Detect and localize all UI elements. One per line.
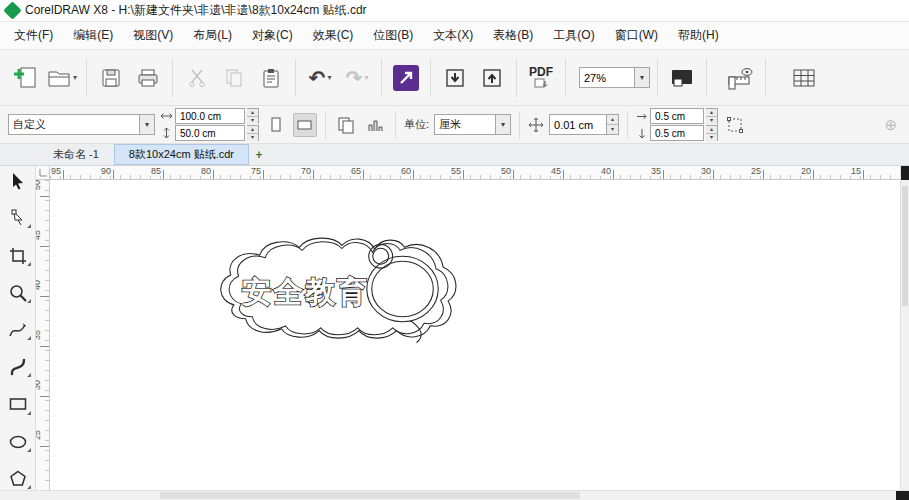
page-width-input[interactable] — [175, 108, 245, 124]
vertical-scrollbar[interactable] — [900, 166, 909, 490]
nudge-stepper[interactable]: ▴ ▾ — [607, 114, 619, 135]
duplicate-distance-block: ▴ ▾ ▴ ▾ — [636, 108, 718, 141]
stepper-up-icon[interactable]: ▴ — [247, 126, 258, 133]
paste-button[interactable] — [254, 58, 288, 98]
v-ruler-label: 25 — [40, 446, 49, 447]
current-page-button[interactable] — [363, 113, 387, 137]
ellipse-tool[interactable] — [4, 431, 32, 453]
duplicate-x-stepper[interactable]: ▴ ▾ — [706, 108, 718, 124]
units-combo[interactable]: 厘米 ▾ — [434, 114, 511, 135]
stepper-up-icon[interactable]: ▴ — [706, 109, 717, 116]
duplicate-y-input[interactable] — [650, 125, 704, 141]
vertical-scrollbar-thumb[interactable] — [902, 186, 908, 306]
toolbar-separator — [657, 59, 658, 97]
horizontal-scrollbar-corner[interactable] — [896, 491, 909, 500]
cut-button[interactable] — [180, 58, 214, 98]
show-grid-button[interactable] — [787, 58, 821, 98]
stepper-down-icon[interactable]: ▾ — [247, 116, 258, 124]
search-content-button[interactable] — [389, 58, 423, 98]
copy-icon — [224, 68, 244, 88]
open-document-button[interactable]: ▾ — [45, 58, 79, 98]
h-ruler-label: 50 — [513, 170, 514, 179]
undo-dropdown-arrow[interactable]: ▾ — [327, 73, 331, 82]
drawing-canvas[interactable]: 安全教育 — [50, 180, 900, 490]
all-pages-button[interactable] — [334, 113, 358, 137]
rulers-icon — [727, 66, 755, 90]
menu-bitmaps[interactable]: 位图(B) — [363, 23, 423, 48]
open-dropdown-arrow[interactable]: ▾ — [73, 73, 77, 82]
toolbar-separator — [706, 59, 707, 97]
save-button[interactable] — [94, 58, 128, 98]
v-ruler[interactable]: 504540353025 — [36, 180, 50, 490]
artistic-media-tool[interactable] — [4, 356, 32, 378]
menu-layout[interactable]: 布局(L) — [183, 23, 242, 48]
menu-edit[interactable]: 编辑(E) — [63, 23, 123, 48]
page-width-stepper[interactable]: ▴ ▾ — [247, 108, 259, 124]
portrait-button[interactable] — [264, 113, 288, 137]
sticker-drawing[interactable]: 安全教育 — [212, 228, 470, 352]
stepper-down-icon[interactable]: ▾ — [706, 116, 717, 124]
print-button[interactable] — [131, 58, 165, 98]
landscape-button[interactable] — [293, 113, 317, 137]
stepper-up-icon[interactable]: ▴ — [706, 126, 717, 133]
document-tabs-bar: 未命名 -1 8款10x24cm 贴纸.cdr + — [0, 144, 909, 166]
stepper-down-icon[interactable]: ▾ — [247, 133, 258, 141]
menu-window[interactable]: 窗口(W) — [605, 23, 668, 48]
menu-view[interactable]: 视图(V) — [123, 23, 183, 48]
menu-effects[interactable]: 效果(C) — [303, 23, 364, 48]
tab-untitled[interactable]: 未命名 -1 — [38, 144, 114, 165]
import-button[interactable] — [438, 58, 472, 98]
v-ruler-label: 40 — [40, 296, 49, 297]
page-preset-combo[interactable]: 自定义 ▾ — [8, 114, 155, 135]
shape-tool[interactable] — [4, 207, 32, 229]
publish-pdf-button[interactable]: PDF — [524, 58, 558, 98]
duplicate-x-input[interactable] — [650, 108, 704, 124]
units-dropdown-arrow[interactable]: ▾ — [496, 114, 511, 135]
stepper-up-icon[interactable]: ▴ — [247, 109, 258, 116]
preset-dropdown-arrow[interactable]: ▾ — [140, 114, 155, 135]
undo-button[interactable]: ↶ ▾ — [303, 58, 337, 98]
page-height-input[interactable] — [175, 125, 245, 141]
menu-file[interactable]: 文件(F) — [4, 23, 63, 48]
stepper-up-icon[interactable]: ▴ — [607, 115, 618, 124]
pick-tool[interactable] — [4, 170, 32, 192]
menu-tools[interactable]: 工具(O) — [543, 23, 604, 48]
quick-customize-button[interactable]: ⊕ — [884, 116, 901, 134]
toolbar-separator — [172, 59, 173, 97]
page-preset-value[interactable]: 自定义 — [8, 114, 140, 135]
zoom-level-input[interactable] — [579, 67, 635, 88]
show-rulers-button[interactable] — [724, 58, 758, 98]
freehand-tool[interactable] — [4, 319, 32, 341]
h-ruler-label: 95 — [63, 170, 64, 179]
h-ruler[interactable]: 9590858075706560555045403530252015 — [50, 166, 900, 180]
horizontal-scrollbar[interactable] — [0, 490, 909, 500]
copy-button[interactable] — [217, 58, 251, 98]
rectangle-tool[interactable] — [4, 393, 32, 415]
stepper-down-icon[interactable]: ▾ — [607, 124, 618, 134]
units-value[interactable]: 厘米 — [434, 114, 496, 135]
menu-object[interactable]: 对象(C) — [242, 23, 303, 48]
menu-table[interactable]: 表格(B) — [483, 23, 543, 48]
tab-active-document[interactable]: 8款10x24cm 贴纸.cdr — [114, 144, 249, 165]
new-document-button[interactable] — [8, 58, 42, 98]
menu-help[interactable]: 帮助(H) — [668, 23, 729, 48]
export-button[interactable] — [475, 58, 509, 98]
property-bar: 自定义 ▾ ▴ ▾ ▴ ▾ — [0, 106, 909, 144]
zoom-dropdown-arrow[interactable]: ▾ — [635, 67, 650, 88]
horizontal-scrollbar-thumb[interactable] — [160, 492, 580, 499]
menu-text[interactable]: 文本(X) — [423, 23, 483, 48]
crop-tool[interactable] — [4, 244, 32, 266]
redo-button[interactable]: ↷ ▾ — [340, 58, 374, 98]
zoom-level-combo[interactable]: ▾ — [579, 67, 650, 88]
ruler-origin-corner[interactable] — [36, 166, 50, 180]
page-height-stepper[interactable]: ▴ ▾ — [247, 125, 259, 141]
duplicate-y-stepper[interactable]: ▴ ▾ — [706, 125, 718, 141]
fullscreen-preview-button[interactable] — [665, 58, 699, 98]
stepper-down-icon[interactable]: ▾ — [706, 133, 717, 141]
new-tab-button[interactable]: + — [249, 144, 269, 165]
zoom-tool[interactable] — [4, 282, 32, 304]
nudge-offset-input[interactable] — [549, 114, 607, 135]
treat-as-filled-button[interactable] — [723, 113, 747, 137]
polygon-tool[interactable] — [4, 468, 32, 490]
vertical-scrollbar-top-cap[interactable] — [901, 166, 909, 180]
